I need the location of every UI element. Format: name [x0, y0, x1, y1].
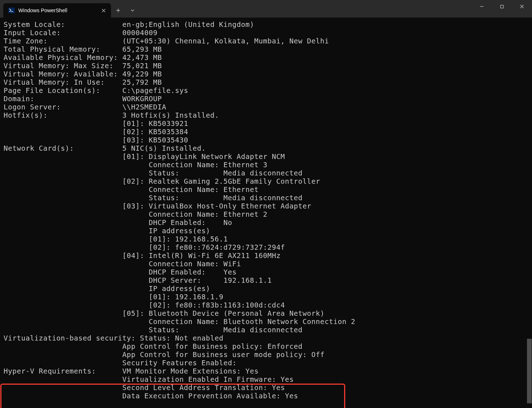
tab-strip: Windows PowerShell [0, 0, 111, 18]
powershell-icon [8, 7, 15, 14]
maximize-button[interactable] [492, 0, 512, 13]
terminal-text: System Locale: en-gb;English (United Kin… [4, 20, 355, 400]
svg-rect-0 [8, 8, 15, 13]
close-window-button[interactable] [512, 0, 532, 13]
tab-actions [111, 3, 140, 18]
minimize-button[interactable] [472, 0, 492, 13]
scrollbar[interactable] [527, 18, 532, 408]
svg-rect-3 [500, 5, 503, 8]
window-controls [472, 0, 532, 13]
tab-title: Windows PowerShell [18, 8, 96, 13]
scrollbar-thumb[interactable] [527, 339, 532, 403]
titlebar: Windows PowerShell [0, 0, 532, 18]
tab-dropdown-button[interactable] [125, 3, 140, 18]
tab-close-button[interactable] [100, 6, 107, 14]
new-tab-button[interactable] [111, 3, 125, 18]
tab-powershell[interactable]: Windows PowerShell [3, 3, 111, 18]
terminal-output[interactable]: System Locale: en-gb;English (United Kin… [0, 18, 532, 408]
